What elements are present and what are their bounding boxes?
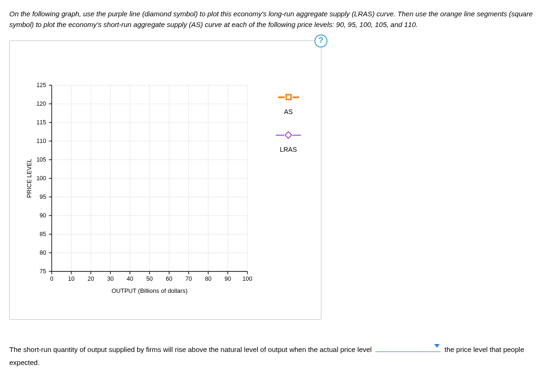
legend-lras-label: LRAS bbox=[270, 145, 307, 155]
svg-text:100: 100 bbox=[36, 175, 46, 182]
chart-area[interactable]: 0102030405060708090100758085909510010511… bbox=[24, 81, 257, 299]
svg-text:110: 110 bbox=[36, 138, 46, 144]
svg-text:105: 105 bbox=[36, 156, 46, 163]
help-icon[interactable]: ? bbox=[314, 34, 327, 47]
svg-text:100: 100 bbox=[243, 276, 252, 282]
svg-text:PRICE LEVEL: PRICE LEVEL bbox=[26, 159, 33, 198]
svg-text:120: 120 bbox=[36, 101, 46, 107]
svg-text:30: 30 bbox=[107, 276, 114, 282]
svg-text:0: 0 bbox=[50, 276, 54, 282]
legend-as-label: AS bbox=[270, 107, 307, 117]
answer-part1: The short-run quantity of output supplie… bbox=[9, 345, 372, 353]
answer-dropdown[interactable] bbox=[375, 342, 441, 352]
svg-text:80: 80 bbox=[205, 276, 211, 282]
diamond-icon bbox=[270, 130, 307, 140]
svg-text:90: 90 bbox=[225, 276, 231, 282]
instructions-text: On the following graph, use the purple l… bbox=[9, 8, 550, 30]
svg-text:50: 50 bbox=[146, 276, 153, 282]
svg-text:115: 115 bbox=[36, 119, 46, 126]
svg-text:85: 85 bbox=[40, 231, 46, 237]
svg-text:40: 40 bbox=[127, 276, 133, 282]
legend-as[interactable]: AS bbox=[270, 92, 307, 117]
chart-svg[interactable]: 0102030405060708090100758085909510010511… bbox=[24, 81, 257, 299]
svg-text:125: 125 bbox=[36, 82, 46, 88]
svg-text:95: 95 bbox=[40, 194, 46, 200]
square-icon bbox=[270, 92, 307, 102]
legend-lras[interactable]: LRAS bbox=[270, 130, 307, 155]
svg-text:80: 80 bbox=[40, 250, 46, 256]
legend: AS LRAS bbox=[270, 92, 307, 168]
svg-text:10: 10 bbox=[68, 276, 75, 282]
graph-panel: ? 01020304050607080901007580859095100105… bbox=[9, 41, 321, 320]
svg-text:90: 90 bbox=[40, 212, 46, 219]
svg-text:20: 20 bbox=[88, 276, 94, 282]
svg-text:70: 70 bbox=[185, 276, 192, 282]
answer-sentence: The short-run quantity of output supplie… bbox=[9, 342, 550, 370]
svg-text:60: 60 bbox=[166, 276, 172, 282]
svg-text:75: 75 bbox=[40, 268, 46, 275]
svg-text:OUTPUT (Billions of dollars): OUTPUT (Billions of dollars) bbox=[111, 287, 187, 294]
chevron-down-icon bbox=[434, 344, 440, 348]
